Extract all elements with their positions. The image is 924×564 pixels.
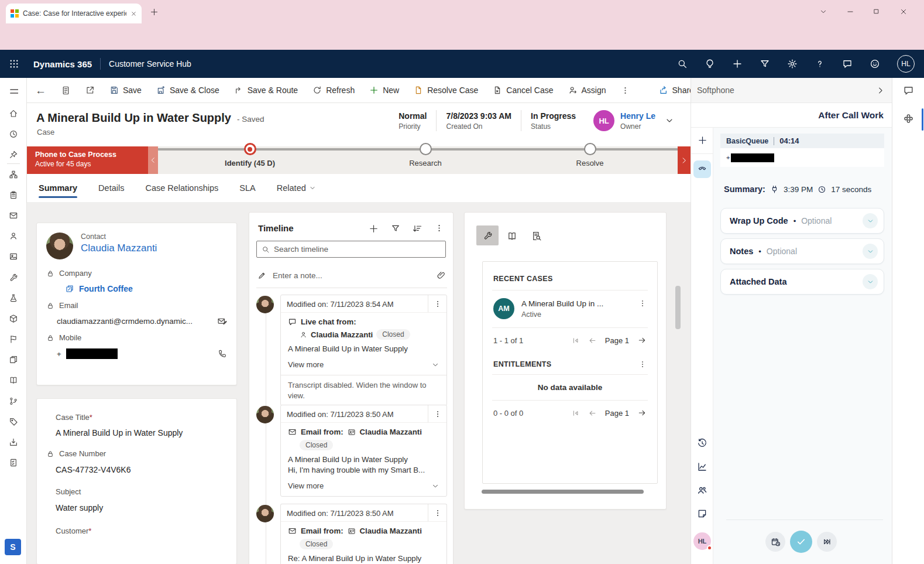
bpf-stage-resolve[interactable]: Resolve (555, 143, 625, 168)
bpf-scroll-right[interactable] (678, 146, 691, 174)
lightbulb-icon[interactable] (705, 59, 715, 69)
agent-presence-avatar[interactable]: HL (693, 532, 711, 550)
notes-accordion[interactable]: Notes • Optional (720, 238, 884, 264)
sidebar-icon-dashboards[interactable] (0, 167, 26, 182)
sidebar-icon-cases[interactable] (0, 270, 26, 285)
sitemap-hamburger-icon[interactable] (0, 83, 26, 98)
note-entry-row[interactable] (257, 266, 446, 284)
paperclip-icon[interactable] (437, 271, 446, 280)
case-row-kebab-icon[interactable] (638, 299, 647, 307)
browser-tab[interactable]: Case: Case for Interactive experie (6, 4, 142, 23)
compose-email-icon[interactable] (217, 316, 227, 326)
recent-case-row[interactable]: AM A Mineral Build Up in ... Active (493, 298, 647, 319)
stats-chart-icon[interactable] (691, 462, 713, 472)
chevron-down-icon[interactable] (863, 244, 878, 259)
entry-kebab-icon[interactable] (428, 405, 446, 422)
vertical-scrollbar[interactable] (675, 286, 681, 329)
sidebar-icon-tasks[interactable] (0, 455, 26, 470)
bpf-stage-dot[interactable] (420, 143, 432, 155)
status-field[interactable]: In Progress Status (521, 111, 585, 131)
bpf-process-tile[interactable]: Phone to Case Process Active for 45 days (27, 146, 148, 174)
sidebar-icon-activities[interactable] (0, 187, 26, 203)
form-back-button[interactable]: ← (35, 85, 46, 96)
gear-icon[interactable] (787, 59, 798, 69)
search-icon[interactable] (677, 59, 688, 69)
tab-details[interactable]: Details (98, 174, 124, 202)
email-value-row[interactable]: claudiamazzanti@crmdemo.dynamic... (57, 316, 227, 326)
help-question-icon[interactable] (815, 59, 825, 69)
first-page-icon[interactable] (571, 409, 580, 418)
timeline-entry-email[interactable]: Modified on: 7/11/2023 8:50 AM Email fro… (256, 504, 447, 564)
timeline-entry-email[interactable]: Modified on: 7/11/2023 8:50 AM Email fro… (256, 405, 447, 497)
app-name[interactable]: Customer Service Hub (109, 59, 191, 69)
tab-case-relationships[interactable]: Case Relationships (145, 174, 218, 202)
priority-field[interactable]: Normal Priority (389, 111, 436, 131)
knowledge-book-tab[interactable] (507, 230, 517, 241)
schedule-callback-button[interactable] (765, 532, 785, 552)
call-history-icon[interactable] (691, 438, 713, 449)
new-session-plus-icon[interactable] (691, 135, 713, 145)
bpf-stage-identify[interactable]: Identify (45 D) (215, 143, 285, 168)
owner-field[interactable]: Henry Le Owner (620, 111, 655, 131)
recent-case-title[interactable]: A Mineral Build Up in ... (521, 299, 631, 308)
quick-create-plus-icon[interactable] (732, 59, 743, 69)
waffle-icon[interactable] (9, 59, 19, 69)
view-more-toggle[interactable]: View more (288, 360, 439, 369)
tab-search-chevron-icon[interactable] (819, 8, 827, 16)
skip-acw-button[interactable] (817, 532, 837, 552)
sidebar-icon-pinned[interactable] (0, 147, 26, 162)
owner-avatar[interactable]: HL (593, 110, 614, 131)
entitlements-kebab-icon[interactable] (638, 360, 647, 368)
sitemap-area-switcher[interactable]: S (5, 539, 21, 555)
save-button[interactable]: Save (109, 86, 142, 95)
tab-summary[interactable]: Summary (39, 174, 77, 202)
bpf-scroll-left[interactable] (148, 146, 158, 174)
tab-related[interactable]: Related (277, 174, 316, 202)
bpf-stage-research[interactable]: Research (390, 143, 461, 168)
mobile-value-row[interactable]: + (57, 348, 227, 359)
brand-title[interactable]: Dynamics 365 (33, 59, 92, 69)
entry-kebab-icon[interactable] (428, 295, 446, 312)
new-button[interactable]: New (369, 86, 399, 95)
sidebar-icon-imports[interactable] (0, 435, 26, 450)
save-close-button[interactable]: Save & Close (156, 86, 219, 95)
timeline-more-kebab-icon[interactable] (435, 224, 444, 233)
command-overflow-kebab-icon[interactable] (621, 86, 630, 95)
related-tools-tab-active[interactable] (476, 225, 499, 245)
user-avatar[interactable]: HL (897, 55, 915, 73)
sidebar-icon-recent[interactable] (0, 127, 26, 142)
bpf-stage-dot[interactable] (244, 143, 256, 155)
timeline-search-box[interactable] (256, 241, 446, 258)
cancel-case-button[interactable]: Cancel Case (493, 86, 553, 95)
wrap-up-code-accordion[interactable]: Wrap Up Code • Optional (720, 208, 884, 234)
timeline-add-icon[interactable] (369, 224, 379, 234)
case-title-value[interactable]: A Mineral Build Up in Water Supply (56, 428, 227, 437)
knowledge-search-tab[interactable] (531, 230, 542, 241)
sidebar-icon-entitlements[interactable] (0, 394, 26, 409)
horizontal-scrollbar[interactable] (482, 490, 644, 494)
chevron-down-icon[interactable] (863, 274, 878, 289)
collapse-pane-chevron-icon[interactable] (876, 86, 885, 95)
sidebar-icon-goals[interactable] (0, 331, 26, 347)
timeline-search-input[interactable] (274, 245, 441, 254)
sidebar-icon-contacts[interactable] (0, 228, 26, 244)
tab-sla[interactable]: SLA (239, 174, 255, 202)
subject-value[interactable]: Water supply (56, 503, 227, 512)
entry-kebab-icon[interactable] (428, 504, 446, 521)
sidebar-icon-knowledge[interactable] (0, 372, 26, 388)
timeline-filter-icon[interactable] (391, 224, 400, 233)
next-page-icon[interactable] (637, 408, 647, 418)
sidebar-icon-accounts[interactable] (0, 249, 26, 264)
open-in-new-window-icon[interactable] (85, 86, 95, 95)
active-call-session-tab[interactable] (693, 160, 711, 178)
feedback-chat-icon[interactable] (842, 59, 853, 69)
sidebar-icon-products[interactable] (0, 311, 26, 326)
next-page-icon[interactable] (637, 336, 647, 345)
filter-icon[interactable] (760, 59, 770, 69)
bpf-stage-dot[interactable] (584, 143, 596, 155)
sidebar-icon-tags[interactable] (0, 414, 26, 429)
refresh-button[interactable]: Refresh (312, 86, 355, 95)
timeline-sort-icon[interactable] (413, 224, 423, 234)
assign-button[interactable]: Assign (568, 86, 606, 95)
attached-data-accordion[interactable]: Attached Data (720, 269, 884, 295)
